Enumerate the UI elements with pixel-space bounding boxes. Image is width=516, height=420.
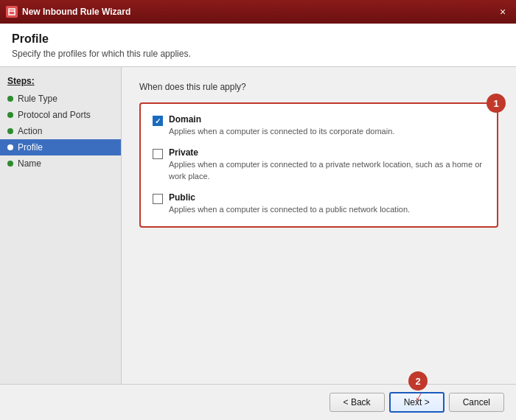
sidebar-item-action[interactable]: Action xyxy=(0,123,121,139)
option-label-domain: Domain xyxy=(169,114,485,125)
option-row-domain: Domain Applies when a computer is connec… xyxy=(153,114,485,137)
option-label-public: Public xyxy=(169,192,485,203)
checkbox-domain[interactable] xyxy=(153,116,163,126)
option-row-public: Public Applies when a computer is connec… xyxy=(153,192,485,215)
cancel-button[interactable]: Cancel xyxy=(449,393,504,412)
step-dot-rule-type xyxy=(7,96,13,102)
page-subtitle: Specify the profiles for which this rule… xyxy=(12,49,504,59)
sidebar-item-protocol-ports[interactable]: Protocol and Ports xyxy=(0,107,121,123)
sidebar-item-name[interactable]: Name xyxy=(0,155,121,172)
step-dot-protocol-ports xyxy=(7,112,13,118)
step-dot-profile xyxy=(7,144,13,150)
sidebar-label-profile: Profile xyxy=(18,142,43,153)
options-box: 1 Domain Applies when a computer is conn… xyxy=(139,102,498,228)
option-desc-domain: Applies when a computer is connected to … xyxy=(169,126,485,137)
sidebar-item-profile[interactable]: Profile xyxy=(0,139,121,155)
badge-2: 2 xyxy=(408,371,428,391)
option-row-private: Private Applies when a computer is conne… xyxy=(153,147,485,182)
sidebar-label-protocol-ports: Protocol and Ports xyxy=(18,110,91,120)
close-button[interactable]: × xyxy=(495,4,510,19)
option-label-private: Private xyxy=(169,147,485,158)
app-icon xyxy=(6,6,18,18)
option-desc-public: Applies when a computer is connected to … xyxy=(169,204,485,215)
svg-rect-0 xyxy=(9,9,15,15)
option-desc-private: Applies when a computer is connected to … xyxy=(169,159,485,182)
when-label: When does this rule apply? xyxy=(139,82,498,92)
steps-label: Steps: xyxy=(0,76,121,91)
sidebar-label-rule-type: Rule Type xyxy=(18,94,57,104)
content-area: Steps: Rule Type Protocol and Ports Acti… xyxy=(0,67,516,384)
sidebar-label-action: Action xyxy=(18,126,42,136)
checkbox-private[interactable] xyxy=(153,149,163,159)
page-title: Profile xyxy=(12,32,504,46)
badge-1: 1 xyxy=(487,94,506,113)
main-panel: When does this rule apply? 1 Domain Appl… xyxy=(122,67,516,384)
dialog-body: Profile Specify the profiles for which t… xyxy=(0,24,516,420)
option-text-domain: Domain Applies when a computer is connec… xyxy=(169,114,485,137)
option-text-public: Public Applies when a computer is connec… xyxy=(169,192,485,215)
back-button[interactable]: < Back xyxy=(330,393,385,412)
option-text-private: Private Applies when a computer is conne… xyxy=(169,147,485,182)
title-bar-text: New Inbound Rule Wizard xyxy=(22,7,491,17)
footer: 2 ↓ < Back Next > Cancel xyxy=(0,384,516,420)
sidebar-label-name: Name xyxy=(18,158,41,169)
title-bar: New Inbound Rule Wizard × xyxy=(0,0,516,24)
step-dot-action xyxy=(7,128,13,134)
header-section: Profile Specify the profiles for which t… xyxy=(0,24,516,67)
sidebar: Steps: Rule Type Protocol and Ports Acti… xyxy=(0,67,122,384)
step-dot-name xyxy=(7,161,13,167)
sidebar-item-rule-type[interactable]: Rule Type xyxy=(0,91,121,107)
checkbox-public[interactable] xyxy=(153,194,163,204)
